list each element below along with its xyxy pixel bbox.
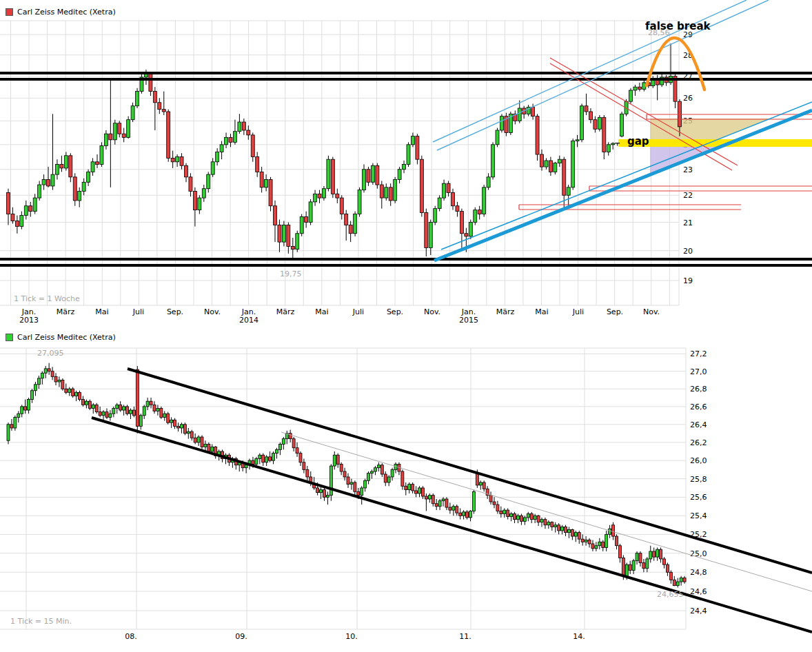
- candle: [24, 206, 28, 216]
- candle: [194, 438, 196, 442]
- candle: [620, 114, 624, 136]
- candle: [242, 122, 245, 130]
- svg-text:Mai: Mai: [315, 307, 328, 316]
- candle: [558, 525, 560, 531]
- candle: [483, 187, 486, 214]
- candle: [474, 210, 477, 223]
- intraday-tick-note: 1 Tick = 15 Min.: [10, 617, 72, 626]
- svg-text:10.: 10.: [345, 632, 358, 641]
- candle: [122, 134, 125, 137]
- candle: [636, 553, 638, 561]
- candle: [580, 106, 584, 140]
- candle: [183, 425, 186, 434]
- candle: [153, 92, 156, 103]
- candle: [299, 454, 302, 462]
- candle: [187, 431, 190, 434]
- svg-text:25,0: 25,0: [690, 549, 707, 558]
- candle: [201, 437, 203, 447]
- candle: [336, 455, 339, 464]
- candle: [593, 120, 597, 130]
- candle: [517, 516, 520, 519]
- candle: [64, 156, 68, 168]
- candle: [363, 170, 366, 190]
- candle: [216, 152, 219, 161]
- candle: [518, 108, 521, 121]
- candle: [588, 540, 591, 544]
- candle: [683, 578, 686, 582]
- svg-text:25,4: 25,4: [690, 511, 707, 520]
- candle: [649, 551, 652, 559]
- candle: [60, 164, 63, 167]
- candle: [361, 488, 363, 496]
- candle: [306, 469, 309, 477]
- candle: [609, 529, 611, 534]
- candle: [571, 530, 574, 537]
- candle: [75, 392, 78, 396]
- svg-text:22: 22: [683, 191, 693, 200]
- candle: [81, 400, 84, 405]
- svg-text:25,6: 25,6: [690, 493, 707, 502]
- candle: [176, 157, 179, 162]
- candle: [207, 174, 210, 189]
- candle: [174, 420, 176, 426]
- candle: [629, 564, 631, 570]
- candle: [456, 507, 458, 513]
- candle: [129, 410, 132, 414]
- candle: [407, 145, 410, 165]
- svg-text:27,2: 27,2: [690, 349, 707, 358]
- svg-text:Mai: Mai: [535, 307, 548, 316]
- candle: [153, 405, 156, 411]
- candle: [118, 123, 121, 134]
- candle: [530, 514, 533, 520]
- candle: [574, 533, 577, 536]
- candle: [51, 174, 54, 186]
- candle: [292, 439, 295, 448]
- candle: [340, 464, 343, 471]
- candle: [347, 477, 349, 485]
- candle: [269, 457, 272, 460]
- candle: [429, 223, 432, 248]
- svg-text:24,4: 24,4: [690, 607, 707, 615]
- candle: [491, 145, 495, 177]
- candle: [41, 373, 43, 378]
- candle: [416, 136, 419, 160]
- candle: [591, 544, 594, 549]
- candle: [602, 542, 605, 547]
- candle: [42, 180, 45, 185]
- candle: [421, 488, 424, 496]
- candle: [384, 474, 387, 482]
- candle: [638, 87, 641, 89]
- candle: [425, 213, 428, 248]
- candle: [51, 371, 54, 377]
- candle: [611, 143, 615, 145]
- candle: [7, 192, 10, 214]
- candle: [476, 473, 478, 485]
- candle: [146, 401, 149, 407]
- candle: [211, 162, 214, 174]
- candle: [160, 408, 163, 417]
- svg-text:Nov.: Nov.: [643, 307, 660, 316]
- candle: [380, 185, 383, 198]
- svg-text:14.: 14.: [573, 632, 585, 641]
- candle: [554, 525, 557, 527]
- candle: [156, 408, 159, 411]
- candle: [451, 192, 455, 205]
- candle: [314, 194, 317, 202]
- candle: [350, 482, 353, 485]
- svg-text:27,0: 27,0: [690, 367, 707, 376]
- candle: [229, 137, 232, 142]
- candle: [496, 130, 499, 145]
- svg-text:2014: 2014: [239, 316, 258, 325]
- candle: [225, 137, 228, 144]
- candle: [371, 471, 374, 473]
- candle: [320, 490, 323, 493]
- candle: [185, 165, 188, 177]
- candle: [47, 180, 50, 186]
- candle: [256, 157, 259, 172]
- candle: [163, 414, 166, 417]
- gap-annotation: gap: [627, 135, 649, 147]
- candle: [447, 183, 450, 192]
- candle: [109, 134, 112, 140]
- candle: [29, 206, 32, 212]
- svg-text:26,2: 26,2: [690, 438, 707, 447]
